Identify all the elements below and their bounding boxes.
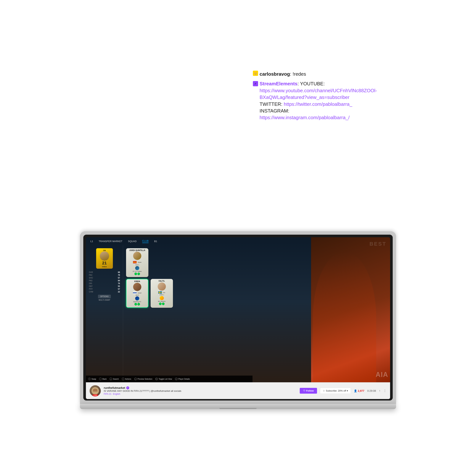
actions-icon: □ bbox=[122, 378, 124, 380]
stat-phy-label: PHY bbox=[89, 288, 93, 290]
card-name: KINDA bbox=[102, 266, 107, 268]
best-text: BEST bbox=[370, 241, 386, 247]
detail-sui: SUI 1 bbox=[135, 264, 139, 266]
stat-sho-value: 57 bbox=[118, 277, 120, 279]
card-rating: 21 bbox=[102, 261, 106, 266]
chat-message-1: 👑 carlosbravog: !redes bbox=[253, 71, 420, 77]
action-preview-label: Preview Selection bbox=[137, 378, 152, 380]
card-star-2 bbox=[137, 272, 140, 275]
detail-spain: Spain bbox=[138, 261, 141, 263]
stat-phy: PHY 57 bbox=[89, 288, 120, 290]
action-back-label: Back bbox=[102, 378, 106, 380]
subscribe-button[interactable]: ☆ Subscribe: 20% off ▾ bbox=[320, 388, 351, 394]
twitter-link[interactable]: https://twitter.com/pabloalbarra_ bbox=[284, 101, 352, 107]
stat-pac: PAC 79 bbox=[89, 274, 120, 276]
action-toggle: R1 Toggle List View bbox=[155, 378, 172, 380]
kinda-star-1 bbox=[135, 303, 137, 306]
chat-message-2-prefix: : YOUTUBE: bbox=[298, 81, 325, 86]
stat-chm-value: 22 bbox=[118, 291, 120, 293]
action-search-label: Search bbox=[113, 378, 119, 380]
viewer-count: 👤 2,977 bbox=[354, 389, 364, 392]
falts-star-2 bbox=[162, 303, 165, 305]
fifa-content: CM 21 KINDA bbox=[86, 245, 311, 396]
cards-row-bottom: KINDA Israel MLS bbox=[126, 279, 308, 308]
follow-button[interactable]: ♡ Follow bbox=[300, 388, 317, 394]
player-card-falts[interactable]: FALTS. Sw. bbox=[151, 279, 173, 308]
youtube-link[interactable]: https://www.youtube.com/channel/UCFnhVlN… bbox=[260, 88, 377, 100]
share-icon[interactable]: ↑ bbox=[379, 389, 380, 392]
stat-sho: SHO 57 bbox=[89, 276, 120, 279]
flag-sweden bbox=[158, 291, 162, 294]
laptop-lid: L1 TRANSFER MARKET SQUAD CLUB B1 bbox=[80, 231, 396, 404]
right-section-bg: AIA BEST bbox=[311, 237, 390, 382]
preview-icon: L1 bbox=[134, 378, 137, 380]
language-tag: English bbox=[113, 393, 120, 395]
stat-dri-value: 76 bbox=[118, 282, 120, 285]
cards-row-top: JORDI QUINTILLÀ Spain SUI 1 bbox=[126, 248, 308, 277]
more-options-icon[interactable]: ⋮ bbox=[383, 389, 386, 392]
action-back: ○ Back bbox=[99, 378, 106, 380]
action-search: △ Search bbox=[110, 378, 119, 380]
player-card-kinda[interactable]: KINDA Israel MLS bbox=[126, 279, 148, 308]
verified-icon: ✓ bbox=[126, 386, 129, 389]
search-game-icon: △ bbox=[110, 378, 112, 380]
viewer-icon: 👤 bbox=[354, 389, 357, 392]
fifa-nav-l1: L1 bbox=[90, 240, 93, 243]
stat-ovr-value: 68 bbox=[118, 271, 120, 273]
laptop: L1 TRANSFER MARKET SQUAD CLUB B1 bbox=[80, 231, 396, 409]
username-streamelements: StreamElements bbox=[260, 81, 298, 86]
laptop-base bbox=[80, 404, 396, 409]
detail-sw: Sw. bbox=[163, 292, 166, 293]
detail-swe1: SWE 1 bbox=[160, 294, 164, 296]
fifa-ui: L1 TRANSFER MARKET SQUAD CLUB B1 bbox=[86, 237, 311, 399]
club-logo-sporting bbox=[135, 296, 139, 301]
game-bottom-bar: ✕ Swap ○ Back △ Search bbox=[86, 375, 253, 382]
username-carlosbravog: carlosbravog bbox=[260, 71, 290, 77]
scene: 👑 carlosbravog: !redes ✓ StreamElements:… bbox=[34, 34, 442, 442]
subscribe-label: Subscribe: 20% off bbox=[326, 389, 346, 392]
card-name-quintilla: JORDI QUINTILLÀ bbox=[129, 249, 145, 251]
streamer-name: runthefutmarket bbox=[104, 386, 125, 389]
falts-star-1 bbox=[159, 303, 162, 305]
card-name-kinda: KINDA bbox=[134, 280, 140, 282]
player-card-quintilla[interactable]: JORDI QUINTILLÀ Spain SUI 1 bbox=[126, 248, 148, 277]
detail-israel: Israel bbox=[138, 292, 141, 294]
instagram-link[interactable]: https://www.instagram.com/pabloalbarra_/ bbox=[260, 115, 350, 120]
chat-text-1: carlosbravog: !redes bbox=[260, 71, 306, 77]
action-actions: □ Actions bbox=[122, 378, 131, 380]
stat-def-value: 55 bbox=[118, 285, 120, 287]
twitter-label: TWITTER: bbox=[260, 101, 284, 107]
detail-hacken: BK Häcken bbox=[158, 301, 166, 302]
action-details-label: Player Details bbox=[178, 378, 190, 380]
card-position: CM bbox=[103, 250, 106, 251]
swap-icon: ✕ bbox=[88, 378, 91, 380]
stat-dri-label: DRI bbox=[89, 282, 92, 285]
flag-israel bbox=[133, 292, 137, 294]
action-details: L2 Player Details bbox=[175, 378, 190, 380]
crown-icon: 👑 bbox=[253, 71, 258, 76]
card-avatar-falts bbox=[158, 282, 166, 291]
chat-message-2: ✓ StreamElements: YOUTUBE: https://www.y… bbox=[253, 80, 420, 121]
streamer-avatar: LIVE bbox=[90, 385, 101, 396]
game-tag: FIFA 21 bbox=[104, 393, 111, 395]
viewer-number: 2,977 bbox=[358, 389, 364, 392]
stat-pac-label: PAC bbox=[89, 274, 93, 276]
streamelements-icon: ✓ bbox=[253, 81, 258, 86]
star-icon: ☆ bbox=[323, 389, 325, 392]
game-right-section: AIA BEST bbox=[311, 237, 390, 382]
player-silhouette bbox=[313, 252, 376, 382]
stream-time: 0:29:08 bbox=[367, 389, 376, 392]
card-avatar-quintilla bbox=[133, 252, 141, 260]
live-badge: LIVE bbox=[93, 394, 98, 396]
chat-message-1-text: : !redes bbox=[290, 71, 306, 77]
stat-pac-value: 79 bbox=[118, 274, 120, 276]
player-avatar-img bbox=[100, 251, 109, 261]
stat-pas-value: 84 bbox=[118, 280, 120, 282]
back-icon: ○ bbox=[99, 378, 102, 380]
stat-phy-value: 57 bbox=[118, 288, 120, 290]
detail-stgallen: FC St. Gallen bbox=[133, 271, 142, 272]
stat-dri: DRI 76 bbox=[89, 282, 120, 285]
follow-label: Follow bbox=[306, 389, 314, 392]
options-button[interactable]: OPTIONS bbox=[98, 295, 111, 298]
right-section-text: AIA bbox=[375, 371, 388, 379]
